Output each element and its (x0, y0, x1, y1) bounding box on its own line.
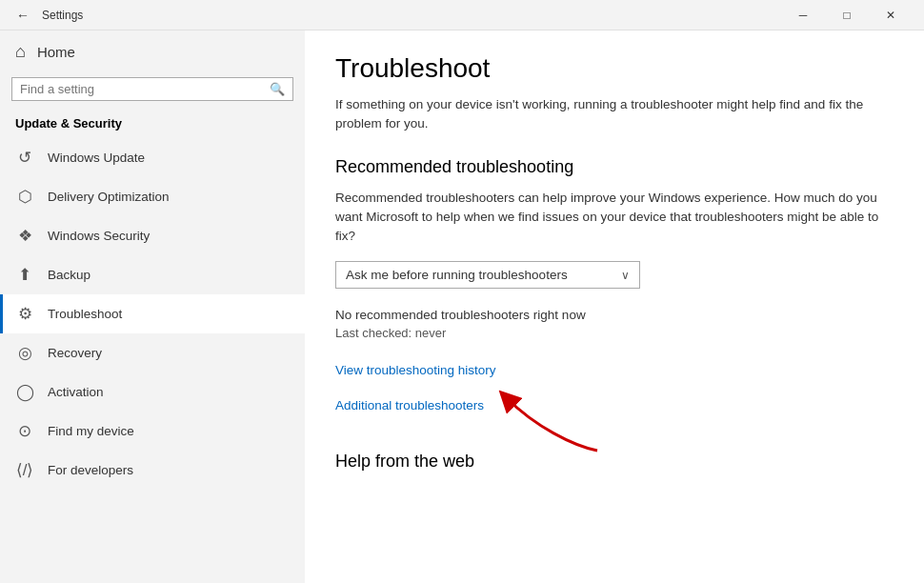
sidebar: ⌂ Home 🔍 Update & Security ↺Windows Upda… (0, 30, 305, 583)
page-description: If something on your device isn't workin… (335, 95, 886, 134)
delivery-optimization-icon: ⬡ (15, 187, 34, 207)
sidebar-item-windows-security[interactable]: ❖Windows Security (0, 216, 305, 255)
sidebar-label-delivery-optimization: Delivery Optimization (48, 190, 170, 204)
minimize-button[interactable]: ─ (781, 0, 825, 30)
maximize-button[interactable]: □ (825, 0, 869, 30)
recommended-section-title: Recommended troubleshooting (335, 157, 886, 177)
additional-troubleshooters-link[interactable]: Additional troubleshooters (335, 398, 484, 412)
sidebar-item-backup[interactable]: ⬆Backup (0, 255, 305, 294)
titlebar: ← Settings ─ □ ✕ (0, 0, 924, 30)
back-button[interactable]: ← (11, 4, 34, 27)
windows-update-icon: ↺ (15, 148, 34, 168)
chevron-down-icon: ∨ (621, 269, 630, 282)
sidebar-section-title: Update & Security (0, 112, 305, 138)
sidebar-item-windows-update[interactable]: ↺Windows Update (0, 138, 305, 177)
sidebar-label-recovery: Recovery (48, 346, 102, 360)
home-icon: ⌂ (15, 42, 26, 62)
troubleshoot-dropdown-container: Ask me before running troubleshooters ∨ (335, 261, 886, 289)
sidebar-label-activation: Activation (48, 385, 104, 399)
sidebar-item-recovery[interactable]: ◎Recovery (0, 333, 305, 372)
sidebar-label-find-my-device: Find my device (48, 424, 134, 438)
home-label: Home (37, 44, 75, 60)
search-icon: 🔍 (270, 82, 285, 96)
for-developers-icon: ⟨/⟩ (15, 460, 34, 480)
search-box[interactable]: 🔍 (11, 77, 293, 101)
additional-troubleshooters-section: Additional troubleshooters (335, 396, 886, 413)
help-section-title: Help from the web (335, 452, 886, 472)
recovery-icon: ◎ (15, 343, 34, 363)
sidebar-label-windows-update: Windows Update (48, 151, 145, 165)
activation-icon: ◯ (15, 382, 34, 402)
status-text: No recommended troubleshooters right now (335, 308, 886, 322)
additional-link-container: Additional troubleshooters (335, 398, 484, 412)
sidebar-label-troubleshoot: Troubleshoot (48, 307, 122, 321)
sidebar-item-find-my-device[interactable]: ⊙Find my device (0, 412, 305, 451)
close-button[interactable]: ✕ (869, 0, 913, 30)
sidebar-label-windows-security: Windows Security (48, 229, 150, 243)
sidebar-item-activation[interactable]: ◯Activation (0, 372, 305, 412)
sidebar-item-troubleshoot[interactable]: ⚙Troubleshoot (0, 294, 305, 333)
backup-icon: ⬆ (15, 265, 34, 285)
sidebar-item-home[interactable]: ⌂ Home (0, 30, 305, 73)
sidebar-item-for-developers[interactable]: ⟨/⟩For developers (0, 451, 305, 490)
windows-security-icon: ❖ (15, 226, 34, 246)
window-controls: ─ □ ✕ (781, 0, 913, 30)
troubleshoot-dropdown[interactable]: Ask me before running troubleshooters ∨ (335, 261, 640, 289)
app-title: Settings (42, 9, 83, 22)
back-icon: ← (16, 8, 30, 23)
search-input[interactable] (20, 82, 270, 96)
sidebar-label-for-developers: For developers (48, 463, 133, 477)
sidebar-nav: ↺Windows Update⬡Delivery Optimization❖Wi… (0, 138, 305, 490)
find-my-device-icon: ⊙ (15, 421, 34, 441)
page-title: Troubleshoot (335, 53, 886, 84)
sidebar-item-delivery-optimization[interactable]: ⬡Delivery Optimization (0, 177, 305, 216)
troubleshoot-icon: ⚙ (15, 304, 34, 324)
last-checked-text: Last checked: never (335, 326, 886, 340)
sidebar-label-backup: Backup (48, 268, 90, 282)
app-body: ⌂ Home 🔍 Update & Security ↺Windows Upda… (0, 30, 924, 583)
content-area: Troubleshoot If something on your device… (305, 30, 924, 583)
recommended-description: Recommended troubleshooters can help imp… (335, 189, 886, 247)
view-history-link[interactable]: View troubleshooting history (335, 363, 886, 377)
dropdown-value: Ask me before running troubleshooters (346, 268, 568, 282)
